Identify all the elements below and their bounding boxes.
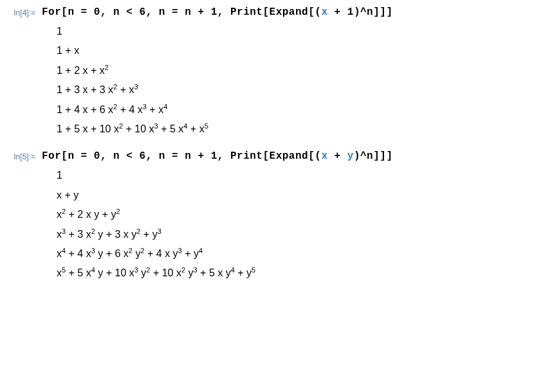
code-post: )^n]]] bbox=[354, 150, 393, 162]
print-output-block: 1 x + y x2 + 2 x y + y2 x3 + 3 x2 y + 3 … bbox=[57, 163, 552, 289]
output-row: 1 + 3 x + 3 x2 + x3 bbox=[57, 80, 552, 100]
input-cell: In[5]:= For[n = 0, n < 6, n = n + 1, Pri… bbox=[0, 150, 552, 162]
output-row: 1 + 2 x + x2 bbox=[57, 61, 552, 80]
label-suffix: ]:= bbox=[26, 152, 35, 161]
output-row: x4 + 4 x3 y + 6 x2 y2 + 4 x y3 + y4 bbox=[57, 244, 552, 263]
label-prefix: In[ bbox=[14, 152, 22, 161]
symbol-y: y bbox=[347, 150, 354, 162]
output-row: 1 + 5 x + 10 x2 + 10 x3 + 5 x4 + x5 bbox=[57, 120, 552, 139]
print-output-block: 1 1 + x 1 + 2 x + x2 1 + 3 x + 3 x2 + x3… bbox=[57, 19, 552, 145]
code-pre: For[n = 0, n < 6, n = n + 1, Print[Expan… bbox=[42, 6, 321, 18]
code-mid: + 1 bbox=[327, 6, 353, 18]
symbol-x: x bbox=[321, 6, 327, 18]
label-prefix: In[ bbox=[14, 8, 22, 17]
output-row: 1 bbox=[57, 166, 552, 185]
symbol-x: x bbox=[321, 150, 327, 162]
in-label: In[5]:= bbox=[0, 150, 42, 161]
label-suffix: ]:= bbox=[26, 8, 35, 17]
code-mid: + bbox=[327, 150, 347, 162]
output-row: x2 + 2 x y + y2 bbox=[57, 205, 552, 224]
code-pre: For[n = 0, n < 6, n = n + 1, Print[Expan… bbox=[42, 150, 321, 162]
input-cell: In[4]:= For[n = 0, n < 6, n = n + 1, Pri… bbox=[0, 6, 552, 18]
input-code[interactable]: For[n = 0, n < 6, n = n + 1, Print[Expan… bbox=[42, 150, 393, 162]
input-code[interactable]: For[n = 0, n < 6, n = n + 1, Print[Expan… bbox=[42, 6, 393, 18]
output-row: x3 + 3 x2 y + 3 x y2 + y3 bbox=[57, 225, 552, 244]
output-row: x5 + 5 x4 y + 10 x3 y2 + 10 x2 y3 + 5 x … bbox=[57, 263, 552, 283]
output-row: x + y bbox=[57, 186, 552, 205]
output-row: 1 + 4 x + 6 x2 + 4 x3 + x4 bbox=[57, 100, 552, 120]
code-post: )^n]]] bbox=[354, 6, 393, 18]
in-label: In[4]:= bbox=[0, 6, 42, 17]
output-row: 1 + x bbox=[57, 41, 552, 60]
output-row: 1 bbox=[57, 22, 552, 41]
